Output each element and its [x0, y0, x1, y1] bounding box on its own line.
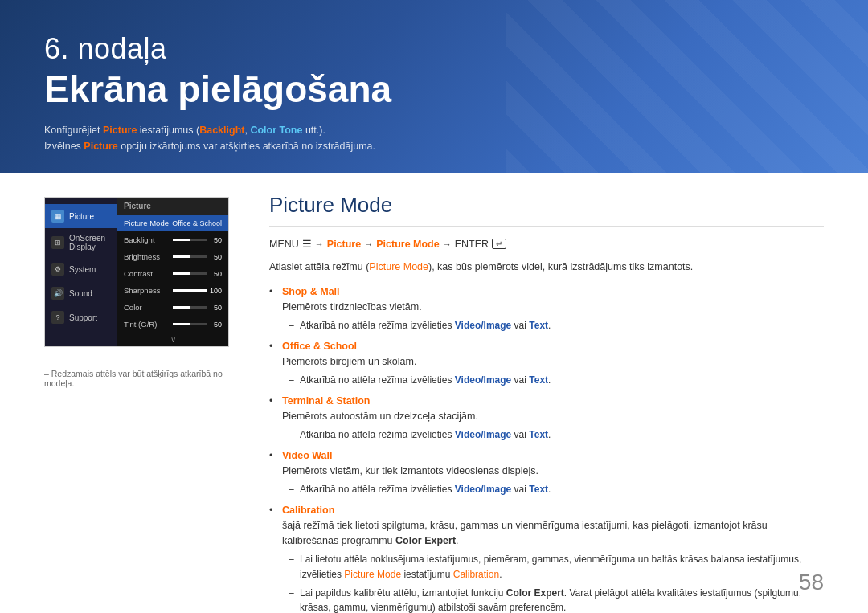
- sharpness-bar-track: [173, 289, 207, 292]
- right-panel: Picture Mode MENU ☰ → Picture → Picture …: [269, 193, 824, 613]
- path-arrow3: →: [443, 239, 452, 249]
- shop-mall-body: Piemērots tirdzniecības vietām.: [282, 300, 824, 315]
- color-bar-fill: [173, 306, 190, 309]
- contrast-bar-fill: [173, 272, 190, 275]
- tint-bar: 50: [173, 321, 222, 329]
- menu-item-backlight[interactable]: Backlight 50: [117, 231, 228, 248]
- video-wall-body: Piemērots vietām, kur tiek izmantots vid…: [282, 464, 824, 479]
- menu-main-header: Picture: [117, 198, 228, 215]
- picture-icon: ▦: [51, 210, 64, 223]
- subtitle-highlight-picture2: Picture: [84, 141, 117, 152]
- menu-path: MENU ☰ → Picture → Picture Mode → ENTER …: [269, 238, 824, 250]
- calibration-sub1: Lai lietotu attēla noklusējuma iestatīju…: [282, 552, 824, 582]
- brightness-value: 50: [209, 253, 222, 261]
- menu-item-tint[interactable]: Tint (G/R) 50: [117, 316, 228, 333]
- text-ref4: Text: [529, 484, 548, 495]
- terminal-station-body: Piemērots autoostām un dzelzceļa stacijā…: [282, 409, 824, 424]
- sidebar-item-sound[interactable]: 🔊 Sound: [45, 281, 117, 305]
- list-item-terminal-station: Terminal & Station Piemērots autoostām u…: [269, 395, 824, 443]
- subtitle-text2: iestatījumus (: [137, 125, 199, 136]
- footnote-text: – Redzamais attēls var būt atšķirīgs atk…: [44, 369, 237, 388]
- path-picture: Picture: [327, 239, 361, 250]
- text-ref1: Text: [529, 320, 548, 331]
- brightness-bar-fill: [173, 255, 190, 258]
- contrast-bar: 50: [173, 270, 222, 278]
- menu-main-area: Picture Picture Mode Office & School Bac…: [117, 198, 228, 346]
- subtitle-highlight-backlight: Backlight: [199, 125, 244, 136]
- menu-item-color[interactable]: Color 50: [117, 299, 228, 316]
- path-arrow2: →: [364, 239, 373, 249]
- shop-mall-sub: Atkarībā no attēla režīma izvēlieties Vi…: [282, 318, 824, 333]
- sidebar-item-system[interactable]: ⚙ System: [45, 257, 117, 281]
- sidebar-label-onscreen: OnScreen Display: [69, 234, 111, 251]
- header-subtitle: Konfigurējiet Picture iestatījumus (Back…: [44, 122, 824, 154]
- sidebar-item-onscreen[interactable]: ⊞ OnScreen Display: [45, 228, 117, 257]
- menu-item-sharpness[interactable]: Sharpness 100: [117, 282, 228, 299]
- mode-list: Shop & Mall Piemērots tirdzniecības viet…: [269, 286, 824, 613]
- video-image-ref4: Video/Image: [455, 484, 511, 495]
- video-wall-title: Video Wall: [282, 450, 333, 461]
- calibration-title: Calibration: [282, 505, 334, 516]
- header-banner: 6. nodaļa Ekrāna pielāgošana Konfigurēji…: [0, 0, 868, 173]
- list-item-calibration: Calibration šajā režīmā tiek lietoti spi…: [269, 505, 824, 613]
- sidebar-label-system: System: [69, 265, 96, 274]
- color-value: 50: [209, 304, 222, 312]
- video-wall-sub: Atkarībā no attēla režīma izvēlieties Vi…: [282, 482, 824, 497]
- terminal-station-title: Terminal & Station: [282, 395, 371, 407]
- section-title: Picture Mode: [269, 193, 824, 227]
- chapter-number: 6. nodaļa: [44, 32, 824, 66]
- enter-icon: ↵: [492, 239, 506, 249]
- menu-sidebar: ▦ Picture ⊞ OnScreen Display ⚙ System 🔊 …: [45, 198, 117, 346]
- menu-item-brightness[interactable]: Brightness 50: [117, 248, 228, 265]
- menu-item-picture-mode[interactable]: Picture Mode Office & School: [117, 215, 228, 231]
- footnote-divider: [44, 362, 173, 362]
- sharpness-value: 100: [209, 287, 222, 295]
- sidebar-label-support: Support: [69, 313, 97, 322]
- menu-screenshot: ▦ Picture ⊞ OnScreen Display ⚙ System 🔊 …: [44, 197, 229, 347]
- backlight-bar: 50: [173, 236, 222, 244]
- office-school-sub: Atkarībā no attēla režīma izvēlieties Vi…: [282, 373, 824, 388]
- brightness-label: Brightness: [124, 252, 160, 261]
- support-icon: ?: [51, 311, 64, 324]
- backlight-label: Backlight: [124, 235, 155, 244]
- desc-picture-mode-ref: Picture Mode: [369, 261, 428, 272]
- left-panel: ▦ Picture ⊞ OnScreen Display ⚙ System 🔊 …: [44, 193, 237, 613]
- list-item-shop-mall: Shop & Mall Piemērots tirdzniecības viet…: [269, 286, 824, 333]
- tint-value: 50: [209, 321, 222, 329]
- video-image-ref1: Video/Image: [455, 320, 511, 331]
- list-item-video-wall: Video Wall Piemērots vietām, kur tiek iz…: [269, 450, 824, 497]
- calibration-sub2: Lai papildus kalibrētu attēlu, izmantoji…: [282, 586, 824, 613]
- sound-icon: 🔊: [51, 287, 64, 300]
- color-bar: 50: [173, 304, 222, 312]
- color-expert-ref2: Color Expert: [506, 587, 564, 599]
- backlight-value: 50: [209, 236, 222, 244]
- contrast-bar-track: [173, 272, 207, 275]
- text-ref2: Text: [529, 374, 548, 386]
- subtitle-text5: opciju izkārtojums var atšķirties atkarī…: [118, 141, 375, 152]
- sharpness-label: Sharpness: [124, 286, 160, 295]
- sidebar-item-picture[interactable]: ▦ Picture: [45, 204, 117, 228]
- page-number: 58: [799, 570, 824, 595]
- video-image-ref3: Video/Image: [455, 429, 511, 440]
- tint-bar-fill: [173, 323, 190, 325]
- sidebar-label-picture: Picture: [69, 212, 94, 221]
- backlight-bar-fill: [173, 239, 190, 241]
- onscreen-icon: ⊞: [51, 236, 64, 249]
- office-school-body: Piemērots birojiem un skolām.: [282, 354, 824, 370]
- text-ref3: Text: [529, 429, 548, 440]
- subtitle-highlight-colortone: Color Tone: [250, 125, 302, 136]
- sidebar-label-sound: Sound: [69, 289, 92, 298]
- sharpness-bar-fill: [173, 289, 207, 292]
- path-menu-label: MENU: [269, 239, 299, 250]
- main-content: ▦ Picture ⊞ OnScreen Display ⚙ System 🔊 …: [0, 173, 868, 613]
- system-icon: ⚙: [51, 263, 64, 276]
- path-arrow1: →: [315, 239, 324, 249]
- path-picture-mode: Picture Mode: [376, 239, 440, 250]
- calibration-inline1: Calibration: [453, 569, 499, 580]
- sidebar-item-support[interactable]: ? Support: [45, 305, 117, 329]
- subtitle-text1: Konfigurējiet: [44, 125, 103, 136]
- tint-label: Tint (G/R): [124, 320, 157, 329]
- list-item-office-school: Office & School Piemērots birojiem un sk…: [269, 341, 824, 388]
- color-expert-ref1: Color Expert: [395, 535, 456, 546]
- menu-item-contrast[interactable]: Contrast 50: [117, 265, 228, 282]
